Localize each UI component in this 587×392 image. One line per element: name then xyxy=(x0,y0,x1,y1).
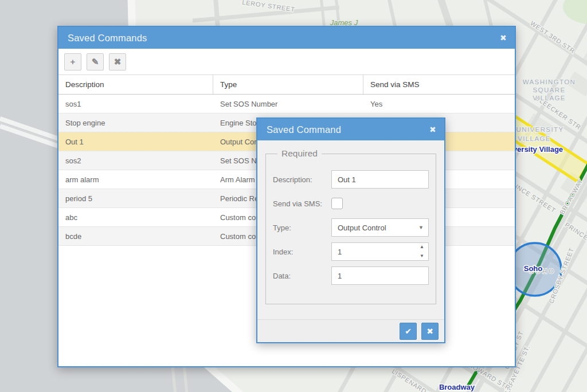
required-fieldset: Required Description: Send via SMS: Type… xyxy=(265,148,436,304)
saved-commands-title: Saved Commands xyxy=(68,33,147,44)
description-row: Description: xyxy=(273,170,429,189)
index-label: Index: xyxy=(273,248,331,256)
area-label-uv-1: UNIVERSITY xyxy=(516,126,563,133)
close-icon[interactable]: ✖ xyxy=(429,126,436,134)
index-row: Index: ▲ ▼ xyxy=(273,242,429,261)
ok-button[interactable]: ✔ xyxy=(400,323,417,340)
delete-command-button[interactable]: ✖ xyxy=(109,53,126,70)
area-label-wsv-2: SQUARE xyxy=(533,87,566,93)
table-row[interactable]: sos1 Set SOS Number Yes xyxy=(58,95,515,113)
cell-description: Out 1 xyxy=(58,138,213,146)
pencil-icon: ✎ xyxy=(92,57,99,67)
close-icon[interactable]: ✖ xyxy=(500,34,507,42)
cell-description: abc xyxy=(58,213,213,222)
type-label: Type: xyxy=(273,224,331,232)
plus-icon: + xyxy=(71,57,76,66)
saved-command-body: Required Description: Send via SMS: Type… xyxy=(257,140,444,304)
sms-label: Send via SMS: xyxy=(273,199,331,208)
cell-description: sos2 xyxy=(58,156,213,165)
saved-commands-titlebar[interactable]: Saved Commands ✖ xyxy=(58,27,515,49)
area-label-uv-2: VILLAGE xyxy=(518,135,551,142)
sms-checkbox[interactable] xyxy=(331,198,343,209)
sms-row: Send via SMS: xyxy=(273,194,429,213)
spinner-down-icon[interactable]: ▼ xyxy=(420,254,424,258)
checkmark-icon: ✔ xyxy=(405,327,412,336)
index-stepper[interactable] xyxy=(331,242,429,261)
cell-description: arm alarm xyxy=(58,175,213,184)
column-header-type[interactable]: Type xyxy=(213,75,363,94)
column-header-sms[interactable]: Send via SMS xyxy=(363,75,515,94)
cell-description: period 5 xyxy=(58,194,213,203)
column-header-description[interactable]: Description xyxy=(58,75,213,94)
saved-commands-toolbar: + ✎ ✖ xyxy=(58,49,515,75)
delete-icon: ✖ xyxy=(114,57,122,67)
cell-type: Set SOS Number xyxy=(213,100,363,108)
type-select[interactable]: Output Control xyxy=(331,218,429,237)
geofence-label-soho: Soho xyxy=(524,264,543,273)
cancel-button[interactable]: ✖ xyxy=(421,323,439,340)
commands-table-header: Description Type Send via SMS xyxy=(58,75,515,95)
area-label-wsv-3: VILLAGE xyxy=(533,95,566,101)
cell-description: bcde xyxy=(58,232,213,241)
type-select-value: Output Control xyxy=(338,224,386,232)
description-label: Description: xyxy=(273,175,331,184)
data-row: Data: xyxy=(273,266,429,285)
type-row: Type: Output Control ▼ xyxy=(273,218,429,237)
data-label: Data: xyxy=(273,272,331,280)
saved-command-titlebar[interactable]: Saved Command ✖ xyxy=(257,119,444,140)
data-field[interactable] xyxy=(331,266,429,285)
saved-command-footer: ✔ ✖ xyxy=(257,319,444,342)
cell-description: sos1 xyxy=(58,100,213,108)
cell-sms: Yes xyxy=(363,100,515,108)
saved-command-title: Saved Command xyxy=(267,124,341,135)
required-legend: Required xyxy=(277,148,322,159)
spinner-up-icon[interactable]: ▲ xyxy=(420,245,424,249)
description-field[interactable] xyxy=(331,170,429,189)
saved-command-dialog: Saved Command ✖ Required Description: Se… xyxy=(256,117,445,343)
geofence-label-broadway: Broadway xyxy=(439,383,475,391)
edit-command-button[interactable]: ✎ xyxy=(87,53,104,70)
cell-description: Stop engine xyxy=(58,119,213,127)
cancel-icon: ✖ xyxy=(426,327,433,336)
area-label-wsv-1: WASHINGTON xyxy=(523,79,576,85)
add-command-button[interactable]: + xyxy=(64,53,81,70)
